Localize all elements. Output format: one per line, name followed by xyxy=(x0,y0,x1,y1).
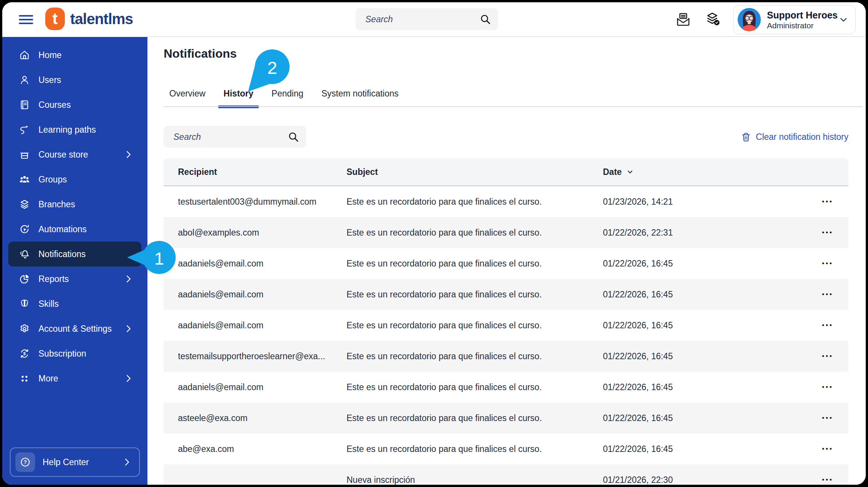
date-cell: 01/22/2026, 16:45 xyxy=(603,444,807,454)
row-actions-ellipsis-button[interactable]: ••• xyxy=(817,319,838,332)
recipient-cell: testemailsupportheroeslearner@exa... xyxy=(178,351,347,361)
user-icon xyxy=(19,74,30,86)
tab-pending[interactable]: Pending xyxy=(271,88,303,99)
search-icon[interactable] xyxy=(288,132,299,142)
row-actions-ellipsis-button[interactable]: ••• xyxy=(817,442,838,456)
sidebar: HomeUsersCoursesLearning pathsCourse sto… xyxy=(2,37,147,485)
sidebar-item-branches[interactable]: Branches xyxy=(8,192,141,217)
sidebar-item-subscription[interactable]: $Subscription xyxy=(8,341,141,366)
sort-chevron-down-icon xyxy=(626,168,634,176)
chevron-right-icon xyxy=(123,458,131,467)
chevron-right-icon xyxy=(125,274,132,283)
date-cell: 01/22/2026, 16:45 xyxy=(603,382,807,392)
subject-cell: Este es un recordatorio para que finalic… xyxy=(347,413,603,423)
grid-dots-icon xyxy=(19,373,30,384)
date-cell: 01/22/2026, 16:45 xyxy=(603,413,807,423)
sidebar-item-automations[interactable]: Automations xyxy=(8,217,141,242)
tab-system-notifications[interactable]: System notifications xyxy=(322,88,399,99)
sidebar-item-label: Account & Settings xyxy=(38,324,125,334)
subject-cell: Este es un recordatorio para que finalic… xyxy=(347,382,603,392)
subject-cell: Este es un recordatorio para que finalic… xyxy=(347,320,603,331)
sidebar-item-groups[interactable]: Groups xyxy=(8,167,141,192)
sidebar-item-home[interactable]: Home xyxy=(8,43,141,67)
page-title: Notifications xyxy=(164,47,237,61)
date-cell: 01/21/2026, 22:30 xyxy=(603,475,807,485)
sidebar-item-label: Course store xyxy=(38,150,125,160)
sidebar-item-learning-paths[interactable]: Learning paths xyxy=(8,117,141,142)
account-role: Administrator xyxy=(767,21,839,30)
recipient-cell: asteele@exa.com xyxy=(178,413,347,423)
table-row: aadaniels@email.comEste es un recordator… xyxy=(164,310,848,341)
layers-icon xyxy=(19,199,30,210)
account-menu[interactable]: Support Heroes Administrator xyxy=(733,5,856,34)
row-actions-ellipsis-button[interactable]: ••• xyxy=(817,349,838,363)
history-search-input[interactable] xyxy=(164,126,306,148)
help-center-label: Help Center xyxy=(43,457,123,467)
path-icon xyxy=(19,124,30,135)
row-actions-ellipsis-button[interactable]: ••• xyxy=(817,473,838,485)
column-header-date[interactable]: Date xyxy=(603,167,807,177)
search-icon[interactable] xyxy=(480,14,491,25)
row-actions-ellipsis-button[interactable]: ••• xyxy=(817,257,838,270)
sidebar-item-reports[interactable]: Reports xyxy=(8,266,141,291)
app-window: t talentlms xyxy=(2,2,866,485)
logo-wordmark: talentlms xyxy=(70,11,133,28)
menu-toggle-button[interactable] xyxy=(19,13,33,26)
global-search xyxy=(356,8,498,30)
date-cell: 01/22/2026, 16:45 xyxy=(603,289,807,300)
automation-icon xyxy=(19,224,30,235)
branch-switcher-icon[interactable] xyxy=(704,11,721,28)
subject-cell: Este es un recordatorio para que finalic… xyxy=(347,351,603,361)
row-actions-ellipsis-button[interactable]: ••• xyxy=(817,411,838,425)
sidebar-item-courses[interactable]: Courses xyxy=(8,92,141,117)
sidebar-item-label: Branches xyxy=(38,199,132,210)
recipient-cell: abe@exa.com xyxy=(178,444,347,454)
tab-overview[interactable]: Overview xyxy=(169,88,205,99)
main-content: Notifications OverviewHistoryPendingSyst… xyxy=(147,37,866,485)
tab-history[interactable]: History xyxy=(224,88,253,99)
sidebar-item-course-store[interactable]: Course store xyxy=(8,142,141,167)
sidebar-item-label: Automations xyxy=(38,224,132,234)
global-search-input[interactable] xyxy=(356,8,498,30)
sidebar-item-label: Learning paths xyxy=(38,125,132,135)
sidebar-item-label: Notifications xyxy=(38,249,132,259)
chevron-right-icon xyxy=(125,324,132,333)
recipient-cell: testusertalent003@dummymail.com xyxy=(178,197,347,207)
clear-notification-history-button[interactable]: Clear notification history xyxy=(741,126,848,148)
column-header-recipient: Recipient xyxy=(178,167,347,177)
history-search xyxy=(164,126,306,148)
date-cell: 01/22/2026, 16:45 xyxy=(603,259,807,269)
date-cell: 01/23/2026, 14:21 xyxy=(603,197,807,207)
row-actions-ellipsis-button[interactable]: ••• xyxy=(817,226,838,239)
message-inbox-icon[interactable] xyxy=(675,11,692,28)
chevron-down-icon xyxy=(839,15,848,25)
row-actions-ellipsis-button[interactable]: ••• xyxy=(817,195,838,208)
subject-cell: Este es un recordatorio para que finalic… xyxy=(347,289,603,300)
recipient-cell: aadaniels@email.com xyxy=(178,259,347,269)
sidebar-item-skills[interactable]: Skills xyxy=(8,291,141,316)
row-actions-ellipsis-button[interactable]: ••• xyxy=(817,380,838,394)
sidebar-item-help-center[interactable]: ? Help Center xyxy=(10,447,140,477)
sidebar-item-label: Courses xyxy=(38,100,132,110)
sidebar-item-users[interactable]: Users xyxy=(8,67,141,92)
table-row: aadaniels@email.comEste es un recordator… xyxy=(164,248,848,279)
recipient-cell: aadaniels@email.com xyxy=(178,289,347,300)
brand-logo[interactable]: t talentlms xyxy=(45,8,133,30)
row-actions-ellipsis-button[interactable]: ••• xyxy=(817,288,838,301)
tab-divider xyxy=(164,106,863,107)
notification-history-table: Recipient Subject Date testusertalent003… xyxy=(164,158,848,485)
sidebar-item-label: Skills xyxy=(38,299,132,309)
sidebar-item-label: More xyxy=(38,374,125,384)
sidebar-item-account-settings[interactable]: Account & Settings xyxy=(8,316,141,341)
group-icon xyxy=(19,174,30,185)
subject-cell: Este es un recordatorio para que finalic… xyxy=(347,197,603,207)
gear-icon xyxy=(19,323,30,334)
sidebar-item-more[interactable]: More xyxy=(8,366,141,391)
subscription-icon: $ xyxy=(19,348,30,359)
chevron-right-icon xyxy=(125,374,132,383)
bell-icon xyxy=(19,248,30,260)
sidebar-item-notifications[interactable]: Notifications xyxy=(8,242,141,266)
table-row: abol@examples.comEste es un recordatorio… xyxy=(164,217,848,248)
chevron-right-icon xyxy=(125,150,132,159)
sidebar-item-label: Users xyxy=(38,75,132,85)
